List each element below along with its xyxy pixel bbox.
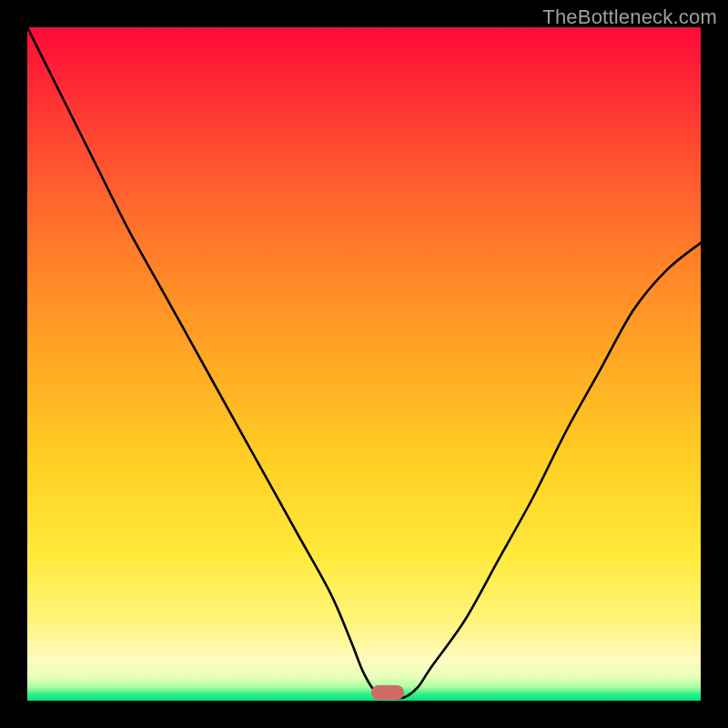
optimum-marker bbox=[371, 685, 404, 700]
chart-frame: TheBottleneck.com bbox=[0, 0, 728, 728]
plot-area bbox=[27, 27, 701, 701]
attribution-label: TheBottleneck.com bbox=[542, 5, 717, 29]
bottleneck-curve bbox=[27, 27, 701, 701]
